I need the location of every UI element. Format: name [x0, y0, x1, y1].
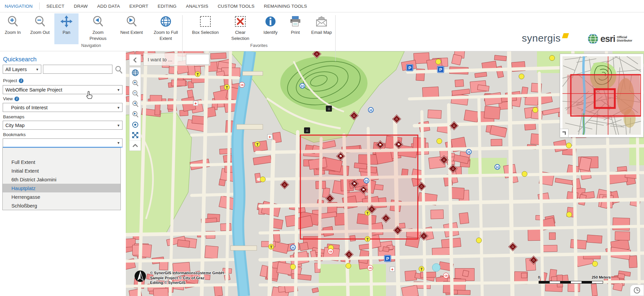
transit-stop-marker[interactable]: T	[365, 236, 370, 242]
pan-button[interactable]: Pan	[54, 13, 79, 44]
i-want-to-widget[interactable]: I want to ...	[143, 53, 210, 66]
map-zoom-previous-button[interactable]	[130, 99, 141, 109]
transit-stop-marker[interactable]	[519, 74, 525, 79]
bus-stop-marker[interactable]: H	[495, 164, 500, 170]
bookmark-option-herrengasse[interactable]: Herrengasse	[3, 192, 120, 201]
zoom-in-button[interactable]: Zoom In	[0, 13, 26, 44]
transit-stop-marker[interactable]	[592, 261, 598, 267]
transit-stop-marker[interactable]	[346, 263, 351, 269]
center-dot-icon	[132, 121, 139, 128]
tab-custom-tools[interactable]: CUSTOM TOOLS	[213, 0, 259, 12]
pharmacy-marker[interactable]: +	[193, 101, 198, 106]
corner-arrow-icon	[562, 131, 566, 135]
map-next-extent-button[interactable]	[130, 109, 141, 119]
cs-poi-marker[interactable]: CS	[328, 249, 334, 254]
email-map-button[interactable]: Email Map	[306, 13, 337, 44]
transit-stop-marker[interactable]: T	[195, 71, 201, 77]
transit-stop-marker[interactable]	[566, 212, 572, 218]
cs-poi-marker[interactable]: CS	[367, 265, 373, 271]
tab-add-data[interactable]: ADD DATA	[93, 0, 125, 12]
print-label: Print	[291, 29, 300, 36]
bus-stop-marker[interactable]: H	[466, 149, 472, 155]
pharmacy-marker[interactable]: +	[390, 267, 395, 272]
bus-stop-marker[interactable]: H	[300, 83, 305, 89]
map-zoom-in-button[interactable]	[130, 78, 141, 88]
print-button[interactable]: Print	[285, 13, 306, 44]
tab-export[interactable]: EXPORT	[125, 0, 153, 12]
map-default-extent-button[interactable]	[130, 119, 141, 130]
esri-distributor-label: OfficialDistributor	[617, 36, 632, 43]
top-menu-bar: NAVIGATIONSELECTDRAWADD DATAEXPORTEDITIN…	[0, 0, 644, 12]
bookmark-option-schloßberg[interactable]: Schloßberg	[3, 201, 120, 210]
transit-stop-marker[interactable]	[290, 264, 296, 270]
view-select[interactable]: Points of Interest ▾	[3, 103, 122, 112]
parking-marker[interactable]: P	[438, 66, 444, 73]
transit-stop-marker[interactable]	[436, 59, 441, 65]
globe-icon	[132, 69, 139, 76]
bookmarks-select[interactable]: ▾	[3, 138, 122, 147]
tab-select[interactable]: SELECT	[42, 0, 69, 12]
map-full-extent-button[interactable]	[130, 67, 141, 78]
overview-map	[562, 56, 641, 135]
zoom-out-icon	[33, 15, 47, 28]
next-extent-button[interactable]: Next Extent	[115, 13, 148, 44]
i-want-to-input[interactable]	[186, 54, 209, 65]
map-canvas[interactable]: I want to ...	[126, 51, 644, 296]
bookmark-option-blank[interactable]	[3, 148, 120, 158]
sidebar-collapse-button[interactable]	[129, 54, 141, 66]
identify-button[interactable]: Identify	[256, 13, 285, 44]
quicksearch-link[interactable]: Quicksearch	[3, 56, 37, 63]
zoom-full-extent-button[interactable]: Zoom to FullExtent	[148, 13, 183, 44]
transit-stop-marker[interactable]	[549, 55, 555, 61]
bus-stop-marker[interactable]: H	[368, 107, 374, 113]
bookmark-option-initial-extent[interactable]: Initial Extent	[3, 166, 120, 175]
transit-stop-marker[interactable]: T	[268, 244, 274, 250]
tab-editing[interactable]: EDITING	[153, 0, 181, 12]
transit-stop-marker[interactable]	[522, 171, 528, 177]
info-icon[interactable]: i	[14, 97, 19, 101]
overview-map-panel[interactable]	[560, 54, 644, 137]
transit-stop-marker[interactable]	[437, 138, 442, 144]
group-divider	[335, 15, 336, 61]
time-slider-button[interactable]	[630, 285, 644, 296]
map-toolbar-collapse-button[interactable]	[130, 140, 141, 151]
zoom-full-extent-label: Zoom to FullExtent	[154, 29, 178, 41]
bookmark-option-full-extent[interactable]: Full Extent	[3, 158, 120, 166]
tab-analysis[interactable]: ANALYSIS	[181, 0, 213, 12]
overview-resize-handle[interactable]	[560, 129, 568, 137]
transit-stop-marker[interactable]: T	[419, 266, 425, 272]
transit-stop-marker[interactable]: T	[224, 84, 230, 90]
tab-navigation[interactable]: NAVIGATION	[0, 0, 37, 12]
basemaps-select[interactable]: City Map ▾	[3, 121, 122, 130]
search-icon[interactable]	[114, 65, 123, 74]
parking-marker[interactable]: P	[407, 65, 413, 71]
zoom-out-button[interactable]: Zoom Out	[26, 13, 54, 44]
cs-poi-marker[interactable]: CS	[443, 273, 449, 279]
transit-stop-marker[interactable]	[533, 107, 538, 113]
landmark-marker[interactable]: ⌂	[326, 106, 332, 112]
bus-stop-marker[interactable]: H	[364, 178, 369, 184]
layer-filter-select[interactable]: All Layers ▾	[3, 65, 41, 74]
zoom-previous-button[interactable]: ZoomPrevious	[81, 13, 115, 44]
bookmark-option-6th-district-jakomini[interactable]: 6th District Jakomini	[3, 175, 120, 184]
transit-stop-marker[interactable]	[476, 238, 482, 243]
transit-stop-marker[interactable]	[260, 177, 266, 182]
tab-remaining-tools[interactable]: REMAINING TOOLS	[259, 0, 312, 12]
transit-stop-marker[interactable]: T	[255, 141, 260, 147]
project-select[interactable]: WebOffice Sample Project ▾	[3, 85, 122, 94]
info-icon[interactable]: i	[19, 78, 23, 83]
next-extent-icon	[132, 111, 139, 118]
pharmacy-marker[interactable]: +	[267, 134, 273, 139]
transit-stop-marker[interactable]	[566, 143, 572, 149]
search-input[interactable]	[43, 65, 112, 74]
tab-draw[interactable]: DRAW	[69, 0, 93, 12]
parking-marker[interactable]: P	[385, 255, 391, 262]
box-selection-button[interactable]: Box Selection	[187, 13, 224, 44]
bus-stop-marker[interactable]: H	[290, 245, 296, 250]
clear-selection-button[interactable]: ClearSelection	[224, 13, 256, 44]
bookmark-option-hauptplatz[interactable]: Hauptplatz	[3, 184, 120, 192]
map-zoom-out-button[interactable]	[130, 88, 141, 99]
landmark-marker[interactable]: ⌂	[304, 127, 310, 133]
map-fullscreen-button[interactable]	[130, 130, 141, 140]
cs-poi-marker[interactable]: CS	[239, 82, 245, 88]
